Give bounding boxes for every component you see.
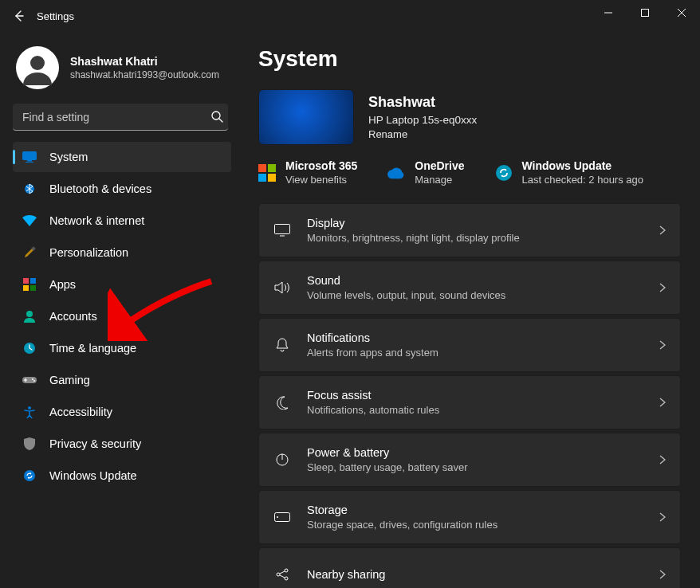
sidebar-item-bluetooth-devices[interactable]: Bluetooth & devices	[13, 174, 231, 204]
sidebar-item-label: Network & internet	[49, 214, 144, 227]
sound-icon	[273, 281, 291, 294]
card-sub: Storage space, drives, configuration rul…	[307, 519, 497, 531]
onedrive-icon	[387, 164, 405, 182]
maximize-button[interactable]	[627, 0, 663, 25]
close-button[interactable]	[663, 0, 700, 25]
device-model: HP Laptop 15s-eq0xxx	[368, 114, 477, 126]
svg-rect-24	[275, 225, 290, 234]
card-title: Nearby sharing	[307, 568, 385, 581]
page-title: System	[258, 46, 681, 72]
sidebar-item-gaming[interactable]: Gaming	[13, 365, 231, 395]
svg-rect-22	[268, 174, 276, 182]
card-title: Display	[307, 217, 520, 229]
sidebar-item-label: Accounts	[49, 310, 97, 323]
sidebar-item-privacy-security[interactable]: Privacy & security	[13, 429, 231, 459]
card-storage[interactable]: StorageStorage space, drives, configurat…	[258, 490, 681, 544]
gamepad-icon	[22, 373, 37, 387]
svg-point-28	[277, 573, 280, 576]
card-title: Sound	[307, 274, 505, 287]
device-thumbnail	[258, 89, 354, 145]
svg-point-1	[30, 56, 45, 70]
search-input[interactable]	[13, 104, 228, 131]
card-title: Notifications	[307, 331, 438, 344]
card-sub: Notifications, automatic rules	[307, 404, 439, 416]
chevron-right-icon	[659, 340, 666, 350]
svg-rect-3	[23, 152, 37, 160]
sidebar: Shashwat Khatri shashwat.khatri1993@outl…	[0, 32, 239, 588]
sidebar-item-accessibility[interactable]: Accessibility	[13, 397, 231, 427]
card-sub: Alerts from apps and system	[307, 347, 438, 359]
wifi-icon	[22, 214, 37, 228]
brush-icon	[22, 245, 37, 260]
service-sub: Manage	[415, 174, 464, 186]
share-icon	[273, 567, 291, 582]
accessibility-icon	[22, 405, 37, 419]
power-icon	[273, 453, 291, 467]
svg-point-30	[285, 577, 288, 580]
chevron-right-icon	[659, 225, 666, 235]
nav-list: SystemBluetooth & devicesNetwork & inter…	[13, 142, 231, 491]
sidebar-item-apps[interactable]: Apps	[13, 269, 231, 300]
sidebar-item-time-language[interactable]: Time & language	[13, 333, 231, 363]
moon-icon	[273, 395, 291, 410]
card-title: Storage	[307, 504, 497, 516]
storage-icon	[273, 512, 291, 522]
card-sub: Monitors, brightness, night light, displ…	[307, 232, 520, 244]
rename-link[interactable]: Rename	[368, 128, 477, 140]
sidebar-item-network-internet[interactable]: Network & internet	[13, 206, 231, 236]
chevron-right-icon	[659, 283, 666, 292]
service-title: Microsoft 365	[285, 159, 357, 172]
svg-rect-20	[268, 164, 276, 172]
svg-rect-5	[26, 162, 33, 163]
sidebar-item-accounts[interactable]: Accounts	[13, 301, 231, 331]
window-controls	[590, 0, 700, 25]
shield-icon	[22, 437, 37, 451]
person-icon	[22, 309, 37, 323]
avatar	[16, 46, 59, 89]
card-nearby-sharing[interactable]: Nearby sharing	[258, 547, 681, 588]
clock-icon	[22, 341, 37, 355]
card-power-battery[interactable]: Power & batterySleep, battery usage, bat…	[258, 433, 681, 487]
sidebar-item-label: Apps	[49, 278, 76, 291]
monitor-icon	[22, 150, 37, 164]
update-icon	[22, 468, 37, 483]
device-row: Shashwat HP Laptop 15s-eq0xxx Rename	[258, 89, 681, 145]
settings-card-list: DisplayMonitors, brightness, night light…	[258, 203, 681, 588]
card-display[interactable]: DisplayMonitors, brightness, night light…	[258, 203, 681, 257]
svg-point-16	[33, 380, 35, 382]
profile-name: Shashwat Khatri	[70, 55, 219, 68]
back-arrow-icon	[13, 10, 26, 22]
profile-email: shashwat.khatri1993@outlook.com	[70, 69, 219, 80]
sidebar-item-personalization[interactable]: Personalization	[13, 237, 231, 268]
svg-rect-9	[30, 278, 36, 284]
service-sub: View benefits	[285, 174, 357, 186]
update-circle-icon	[495, 164, 513, 182]
apps-icon	[22, 277, 37, 292]
service-windows-update[interactable]: Windows UpdateLast checked: 2 hours ago	[495, 159, 644, 186]
card-notifications[interactable]: NotificationsAlerts from apps and system	[258, 318, 681, 372]
service-sub: Last checked: 2 hours ago	[522, 174, 644, 186]
sidebar-item-windows-update[interactable]: Windows Update	[13, 461, 231, 491]
bluetooth-icon	[22, 182, 37, 196]
card-focus-assist[interactable]: Focus assistNotifications, automatic rul…	[258, 375, 681, 429]
profile-block[interactable]: Shashwat Khatri shashwat.khatri1993@outl…	[13, 41, 231, 104]
sidebar-item-system[interactable]: System	[13, 142, 231, 172]
service-microsoft-[interactable]: Microsoft 365View benefits	[258, 159, 357, 186]
card-title: Power & battery	[307, 446, 468, 459]
m365-icon	[258, 164, 276, 182]
svg-point-27	[277, 516, 278, 518]
sidebar-item-label: Windows Update	[49, 469, 137, 482]
sidebar-item-label: Bluetooth & devices	[49, 182, 151, 195]
card-sound[interactable]: SoundVolume levels, output, input, sound…	[258, 261, 681, 315]
search-icon	[210, 110, 223, 123]
back-button[interactable]	[6, 3, 32, 29]
sidebar-item-label: System	[49, 151, 88, 163]
chevron-right-icon	[659, 455, 666, 465]
window-title: Settings	[37, 10, 74, 22]
service-onedrive[interactable]: OneDriveManage	[387, 159, 464, 186]
svg-rect-10	[23, 285, 29, 291]
services-row: Microsoft 365View benefitsOneDriveManage…	[258, 159, 681, 186]
minimize-button[interactable]	[590, 0, 627, 25]
device-name: Shashwat	[368, 94, 477, 111]
chevron-right-icon	[659, 570, 666, 579]
